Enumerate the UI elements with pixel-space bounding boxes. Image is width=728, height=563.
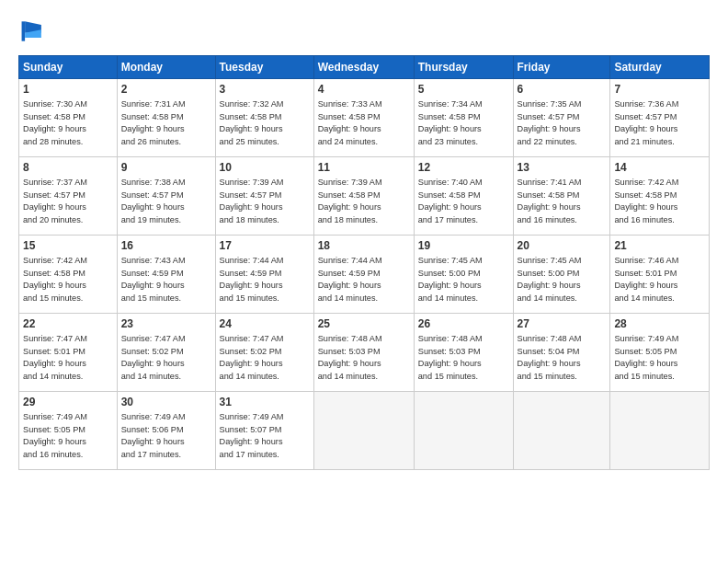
- day-info: Sunrise: 7:38 AMSunset: 4:57 PMDaylight:…: [121, 178, 186, 224]
- page: SundayMondayTuesdayWednesdayThursdayFrid…: [0, 0, 728, 563]
- calendar-cell: 29Sunrise: 7:49 AMSunset: 5:05 PMDayligh…: [19, 392, 118, 470]
- day-number: 27: [518, 316, 607, 331]
- dow-header: Monday: [117, 56, 215, 79]
- day-number: 20: [518, 238, 607, 253]
- day-number: 24: [220, 316, 310, 331]
- day-info: Sunrise: 7:49 AMSunset: 5:07 PMDaylight:…: [220, 412, 284, 459]
- calendar-cell: [414, 392, 513, 470]
- day-number: 8: [23, 160, 113, 175]
- day-number: 7: [614, 82, 705, 97]
- day-number: 15: [23, 238, 113, 253]
- calendar: SundayMondayTuesdayWednesdayThursdayFrid…: [18, 55, 710, 470]
- calendar-cell: 30Sunrise: 7:49 AMSunset: 5:06 PMDayligh…: [117, 392, 215, 470]
- day-number: 11: [318, 160, 410, 175]
- calendar-cell: 15Sunrise: 7:42 AMSunset: 4:58 PMDayligh…: [19, 236, 118, 314]
- calendar-week-row: 1Sunrise: 7:30 AMSunset: 4:58 PMDaylight…: [19, 79, 710, 157]
- day-info: Sunrise: 7:42 AMSunset: 4:58 PMDaylight:…: [614, 178, 678, 224]
- dow-header: Sunday: [19, 56, 118, 79]
- day-info: Sunrise: 7:49 AMSunset: 5:06 PMDaylight:…: [121, 412, 186, 459]
- day-info: Sunrise: 7:41 AMSunset: 4:58 PMDaylight:…: [518, 178, 582, 224]
- calendar-week-row: 22Sunrise: 7:47 AMSunset: 5:01 PMDayligh…: [19, 314, 710, 392]
- day-number: 6: [518, 82, 607, 97]
- day-info: Sunrise: 7:33 AMSunset: 4:58 PMDaylight:…: [318, 99, 382, 146]
- logo: [18, 17, 53, 46]
- calendar-cell: 25Sunrise: 7:48 AMSunset: 5:03 PMDayligh…: [313, 314, 414, 392]
- dow-header: Friday: [513, 56, 610, 79]
- day-number: 25: [318, 316, 410, 331]
- calendar-week-row: 15Sunrise: 7:42 AMSunset: 4:58 PMDayligh…: [19, 236, 710, 314]
- calendar-cell: 3Sunrise: 7:32 AMSunset: 4:58 PMDaylight…: [215, 79, 313, 157]
- calendar-cell: 21Sunrise: 7:46 AMSunset: 5:01 PMDayligh…: [610, 236, 710, 314]
- day-info: Sunrise: 7:47 AMSunset: 5:02 PMDaylight:…: [220, 334, 284, 381]
- day-info: Sunrise: 7:49 AMSunset: 5:05 PMDaylight:…: [23, 412, 87, 459]
- day-number: 13: [518, 160, 607, 175]
- calendar-cell: 19Sunrise: 7:45 AMSunset: 5:00 PMDayligh…: [414, 236, 513, 314]
- header: [18, 17, 710, 46]
- calendar-cell: 2Sunrise: 7:31 AMSunset: 4:58 PMDaylight…: [117, 79, 215, 157]
- day-number: 16: [121, 238, 211, 253]
- calendar-cell: 10Sunrise: 7:39 AMSunset: 4:57 PMDayligh…: [215, 157, 313, 236]
- day-info: Sunrise: 7:36 AMSunset: 4:57 PMDaylight:…: [614, 99, 678, 146]
- day-info: Sunrise: 7:47 AMSunset: 5:01 PMDaylight:…: [23, 334, 87, 381]
- day-info: Sunrise: 7:31 AMSunset: 4:58 PMDaylight:…: [121, 99, 186, 146]
- day-info: Sunrise: 7:37 AMSunset: 4:57 PMDaylight:…: [23, 178, 87, 224]
- day-info: Sunrise: 7:45 AMSunset: 5:00 PMDaylight:…: [518, 256, 582, 303]
- dow-header: Wednesday: [313, 56, 414, 79]
- days-of-week-row: SundayMondayTuesdayWednesdayThursdayFrid…: [19, 56, 710, 79]
- day-info: Sunrise: 7:48 AMSunset: 5:03 PMDaylight:…: [318, 334, 382, 381]
- calendar-cell: 8Sunrise: 7:37 AMSunset: 4:57 PMDaylight…: [19, 157, 118, 236]
- day-info: Sunrise: 7:45 AMSunset: 5:00 PMDaylight:…: [418, 256, 483, 303]
- calendar-cell: 12Sunrise: 7:40 AMSunset: 4:58 PMDayligh…: [414, 157, 513, 236]
- day-number: 17: [220, 238, 310, 253]
- day-number: 21: [614, 238, 705, 253]
- calendar-cell: 18Sunrise: 7:44 AMSunset: 4:59 PMDayligh…: [313, 236, 414, 314]
- day-info: Sunrise: 7:47 AMSunset: 5:02 PMDaylight:…: [121, 334, 186, 381]
- day-info: Sunrise: 7:34 AMSunset: 4:58 PMDaylight:…: [418, 99, 483, 146]
- day-info: Sunrise: 7:39 AMSunset: 4:57 PMDaylight:…: [220, 178, 284, 224]
- calendar-cell: 16Sunrise: 7:43 AMSunset: 4:59 PMDayligh…: [117, 236, 215, 314]
- dow-header: Thursday: [414, 56, 513, 79]
- calendar-week-row: 8Sunrise: 7:37 AMSunset: 4:57 PMDaylight…: [19, 157, 710, 236]
- logo-icon: [18, 17, 48, 46]
- day-info: Sunrise: 7:42 AMSunset: 4:58 PMDaylight:…: [23, 256, 87, 303]
- day-number: 19: [418, 238, 509, 253]
- day-number: 31: [220, 395, 310, 409]
- calendar-cell: [513, 392, 610, 470]
- calendar-cell: 20Sunrise: 7:45 AMSunset: 5:00 PMDayligh…: [513, 236, 610, 314]
- day-info: Sunrise: 7:30 AMSunset: 4:58 PMDaylight:…: [23, 99, 87, 146]
- dow-header: Tuesday: [215, 56, 313, 79]
- day-number: 4: [318, 82, 410, 97]
- calendar-cell: 26Sunrise: 7:48 AMSunset: 5:03 PMDayligh…: [414, 314, 513, 392]
- calendar-cell: 24Sunrise: 7:47 AMSunset: 5:02 PMDayligh…: [215, 314, 313, 392]
- day-number: 12: [418, 160, 509, 175]
- day-number: 30: [121, 395, 211, 409]
- day-info: Sunrise: 7:39 AMSunset: 4:58 PMDaylight:…: [318, 178, 382, 224]
- calendar-cell: 11Sunrise: 7:39 AMSunset: 4:58 PMDayligh…: [313, 157, 414, 236]
- day-number: 18: [318, 238, 410, 253]
- calendar-cell: [610, 392, 710, 470]
- day-info: Sunrise: 7:35 AMSunset: 4:57 PMDaylight:…: [518, 99, 582, 146]
- calendar-cell: 5Sunrise: 7:34 AMSunset: 4:58 PMDaylight…: [414, 79, 513, 157]
- calendar-cell: 4Sunrise: 7:33 AMSunset: 4:58 PMDaylight…: [313, 79, 414, 157]
- day-number: 1: [23, 82, 113, 97]
- day-number: 9: [121, 160, 211, 175]
- calendar-cell: 7Sunrise: 7:36 AMSunset: 4:57 PMDaylight…: [610, 79, 710, 157]
- day-number: 2: [121, 82, 211, 97]
- day-number: 23: [121, 316, 211, 331]
- calendar-cell: 1Sunrise: 7:30 AMSunset: 4:58 PMDaylight…: [19, 79, 118, 157]
- day-number: 10: [220, 160, 310, 175]
- day-number: 28: [614, 316, 705, 331]
- calendar-cell: 23Sunrise: 7:47 AMSunset: 5:02 PMDayligh…: [117, 314, 215, 392]
- day-number: 26: [418, 316, 509, 331]
- dow-header: Saturday: [610, 56, 710, 79]
- day-info: Sunrise: 7:44 AMSunset: 4:59 PMDaylight:…: [220, 256, 284, 303]
- calendar-cell: 28Sunrise: 7:49 AMSunset: 5:05 PMDayligh…: [610, 314, 710, 392]
- day-info: Sunrise: 7:32 AMSunset: 4:58 PMDaylight:…: [220, 99, 284, 146]
- day-info: Sunrise: 7:43 AMSunset: 4:59 PMDaylight:…: [121, 256, 186, 303]
- day-info: Sunrise: 7:49 AMSunset: 5:05 PMDaylight:…: [614, 334, 678, 381]
- calendar-cell: 17Sunrise: 7:44 AMSunset: 4:59 PMDayligh…: [215, 236, 313, 314]
- calendar-cell: 31Sunrise: 7:49 AMSunset: 5:07 PMDayligh…: [215, 392, 313, 470]
- calendar-cell: 13Sunrise: 7:41 AMSunset: 4:58 PMDayligh…: [513, 157, 610, 236]
- day-info: Sunrise: 7:40 AMSunset: 4:58 PMDaylight:…: [418, 178, 483, 224]
- calendar-cell: [313, 392, 414, 470]
